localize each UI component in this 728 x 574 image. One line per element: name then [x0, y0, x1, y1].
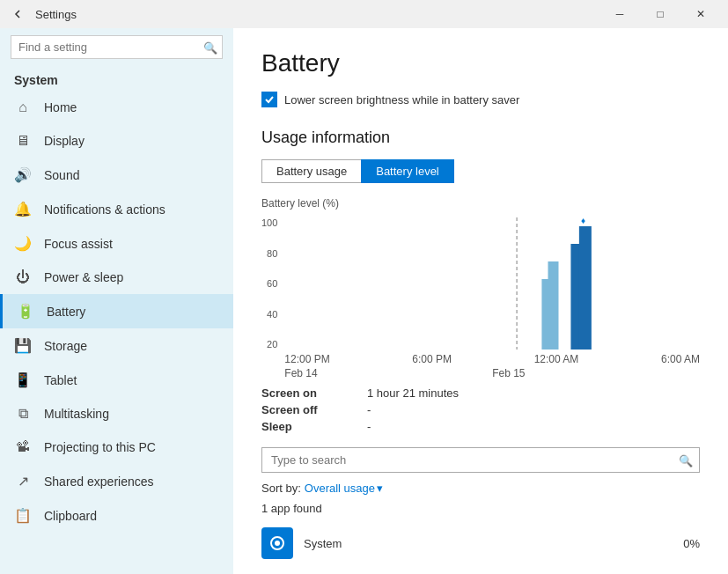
- app-search-input[interactable]: [261, 447, 700, 473]
- home-icon: ⌂: [14, 99, 32, 115]
- close-button[interactable]: ✕: [680, 0, 721, 28]
- chart-y-axis: 20 40 60 80 100: [261, 217, 284, 350]
- sidebar-item-label-sound: Sound: [44, 168, 79, 182]
- chart-y-label: Battery level (%): [261, 197, 700, 210]
- multitasking-icon: ⧉: [14, 406, 32, 422]
- sidebar-item-label-projecting: Projecting to this PC: [44, 440, 156, 454]
- brightness-label: Lower screen brightness while in battery…: [284, 93, 519, 107]
- sidebar-item-label-notifications: Notifications & actions: [44, 202, 165, 217]
- sidebar-item-label-tablet: Tablet: [44, 373, 77, 387]
- sidebar-item-storage[interactable]: 💾 Storage: [0, 328, 233, 363]
- sidebar-item-display[interactable]: 🖥 Display: [0, 124, 233, 158]
- sort-chevron-icon: ▾: [377, 482, 383, 495]
- sidebar-item-focus[interactable]: 🌙 Focus assist: [0, 226, 233, 261]
- x-tick-600pm: 6:00 PM: [412, 353, 452, 365]
- sidebar-search-container: 🔍: [0, 28, 233, 66]
- window-controls: ─ □ ✕: [599, 0, 721, 28]
- sound-icon: 🔊: [14, 166, 32, 183]
- clipboard-icon: 📋: [14, 507, 32, 524]
- titlebar: Settings ─ □ ✕: [0, 0, 728, 28]
- screen-on-value: 1 hour 21 minutes: [367, 386, 700, 400]
- sidebar-item-projecting[interactable]: 📽 Projecting to this PC: [0, 430, 233, 464]
- minimize-button[interactable]: ─: [599, 0, 640, 28]
- brightness-checkbox[interactable]: [261, 92, 277, 107]
- y-tick-40: 40: [261, 309, 277, 320]
- maximize-button[interactable]: □: [640, 0, 680, 28]
- sidebar-item-label-focus: Focus assist: [44, 237, 113, 251]
- sidebar-section-label: System: [0, 66, 233, 91]
- app-name: System: [304, 537, 673, 550]
- svg-text:♦: ♦: [581, 217, 585, 225]
- storage-icon: 💾: [14, 337, 32, 354]
- sidebar-item-label-display: Display: [44, 134, 85, 148]
- app-row: System 0%: [261, 522, 700, 564]
- sidebar-item-label-home: Home: [44, 100, 77, 114]
- sidebar-item-label-storage: Storage: [44, 339, 87, 353]
- back-button[interactable]: [7, 4, 28, 25]
- sidebar-item-label-shared: Shared experiences: [44, 475, 154, 489]
- sort-value: Overall usage: [305, 482, 375, 495]
- y-tick-20: 20: [261, 339, 277, 350]
- brightness-checkbox-row: Lower screen brightness while in battery…: [261, 92, 700, 107]
- sidebar-item-battery[interactable]: 🔋 Battery: [0, 294, 233, 328]
- app-title: Settings: [35, 8, 77, 21]
- sidebar-item-sound[interactable]: 🔊 Sound: [0, 158, 233, 192]
- tab-battery-level[interactable]: Battery level: [361, 159, 454, 183]
- svg-point-7: [275, 541, 280, 546]
- screen-off-label: Screen off: [261, 403, 367, 416]
- focus-icon: 🌙: [14, 235, 32, 252]
- sidebar-item-clipboard[interactable]: 📋 Clipboard: [0, 498, 233, 533]
- projecting-icon: 📽: [14, 439, 32, 455]
- svg-rect-2: [548, 261, 559, 350]
- date-feb14: Feb 14: [284, 367, 317, 379]
- sidebar-search-input[interactable]: [11, 35, 223, 59]
- sort-row: Sort by: Overall usage ▾: [261, 482, 700, 495]
- app-icon-system: [261, 527, 293, 559]
- sidebar-item-notifications[interactable]: 🔔 Notifications & actions: [0, 192, 233, 226]
- apps-count: 1 app found: [261, 502, 700, 515]
- app-search-wrapper: 🔍: [261, 447, 700, 473]
- sidebar-item-label-multitasking: Multitasking: [44, 407, 109, 421]
- screen-on-label: Screen on: [261, 386, 367, 400]
- sleep-label: Sleep: [261, 420, 367, 433]
- power-icon: ⏻: [14, 269, 32, 285]
- main-content: Battery Lower screen brightness while in…: [233, 28, 728, 574]
- sidebar-item-label-clipboard: Clipboard: [44, 509, 97, 523]
- chart-body: ♦: [284, 217, 700, 350]
- app-search-icon: 🔍: [679, 453, 693, 467]
- screen-off-value: -: [367, 403, 700, 416]
- date-feb15: Feb 15: [492, 367, 525, 379]
- svg-rect-4: [579, 226, 592, 350]
- sidebar-item-power[interactable]: ⏻ Power & sleep: [0, 261, 233, 294]
- sort-dropdown[interactable]: Overall usage ▾: [305, 482, 383, 495]
- y-tick-100: 100: [261, 217, 277, 228]
- sidebar-item-shared[interactable]: ↗ Shared experiences: [0, 464, 233, 498]
- usage-info-grid: Screen on 1 hour 21 minutes Screen off -…: [261, 386, 700, 433]
- usage-section-title: Usage information: [261, 129, 700, 147]
- sidebar-item-label-battery: Battery: [47, 305, 85, 319]
- sidebar: 🔍 System ⌂ Home 🖥 Display 🔊 Sound 🔔 Noti…: [0, 28, 233, 574]
- app-usage: 0%: [683, 537, 700, 550]
- shared-icon: ↗: [14, 473, 32, 489]
- sidebar-item-home[interactable]: ⌂ Home: [0, 91, 233, 124]
- sidebar-item-tablet[interactable]: 📱 Tablet: [0, 363, 233, 397]
- display-icon: 🖥: [14, 133, 32, 149]
- tab-battery-usage[interactable]: Battery usage: [261, 159, 361, 183]
- y-tick-60: 60: [261, 278, 277, 289]
- x-tick-1200pm: 12:00 PM: [284, 353, 329, 365]
- tab-group: Battery usage Battery level: [261, 159, 700, 183]
- x-tick-600am: 6:00 AM: [661, 353, 700, 365]
- tablet-icon: 📱: [14, 372, 32, 388]
- sidebar-item-multitasking[interactable]: ⧉ Multitasking: [0, 397, 233, 430]
- sidebar-search-icon: 🔍: [203, 40, 217, 54]
- x-tick-1200am: 12:00 AM: [534, 353, 579, 365]
- sidebar-item-label-power: Power & sleep: [44, 270, 123, 284]
- sleep-value: -: [367, 420, 700, 433]
- y-tick-80: 80: [261, 248, 277, 259]
- sort-label: Sort by:: [261, 482, 301, 495]
- notifications-icon: 🔔: [14, 201, 32, 217]
- battery-icon: 🔋: [17, 303, 34, 320]
- page-title: Battery: [261, 49, 700, 77]
